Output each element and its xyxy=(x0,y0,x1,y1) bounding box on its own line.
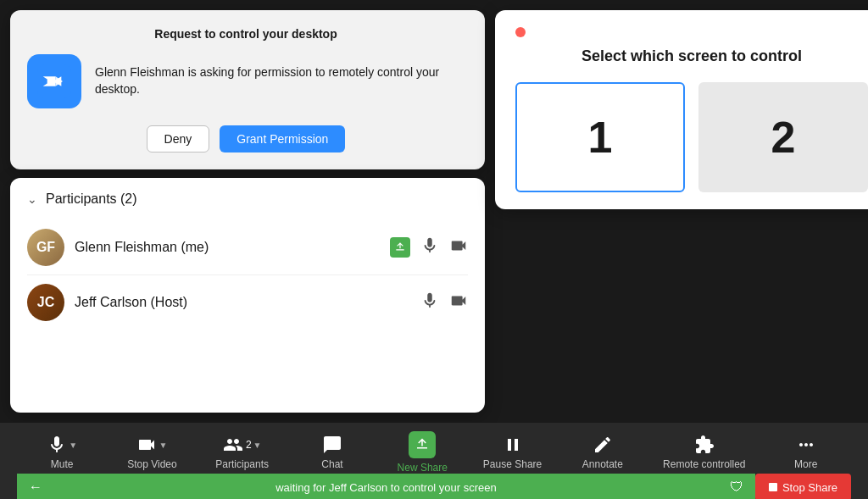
status-bar: ← waiting for Jeff Carlson to control yo… xyxy=(17,474,851,499)
stop-video-button[interactable]: ▼ Stop Video xyxy=(122,435,181,470)
annotate-label: Annotate xyxy=(582,458,623,470)
participant-controls xyxy=(420,291,468,314)
new-share-icon xyxy=(409,431,436,458)
more-button[interactable]: More xyxy=(776,435,836,470)
shield-icon: 🛡 xyxy=(730,480,743,495)
annotate-button[interactable]: Annotate xyxy=(573,435,632,470)
table-row: GF Glenn Fleishman (me) xyxy=(27,220,468,275)
chevron-down-icon[interactable]: ⌄ xyxy=(27,192,37,206)
waiting-status-text: waiting for Jeff Carlson to control your… xyxy=(275,481,497,494)
share-active-icon xyxy=(390,237,410,258)
screen-selector-panel: Select which screen to control 1 2 xyxy=(495,10,868,413)
participant-controls xyxy=(390,236,468,259)
screen-selector-title: Select which screen to control xyxy=(515,47,868,65)
pause-share-button[interactable]: Pause Share xyxy=(483,435,542,470)
dialog-body-text: Glenn Fleishman is asking for permission… xyxy=(95,64,465,97)
remote-controlled-label: Remote controlled xyxy=(663,458,745,470)
dialog-title: Request to control your desktop xyxy=(27,27,465,41)
participant-name: Glenn Fleishman (me) xyxy=(75,240,380,255)
screen-number-1: 1 xyxy=(588,112,613,163)
camera-icon[interactable] xyxy=(449,236,468,259)
request-control-dialog: Request to control your desktop Glenn Fl… xyxy=(10,10,485,169)
stop-share-label: Stop Share xyxy=(782,481,837,494)
chat-label: Chat xyxy=(321,458,342,470)
more-label: More xyxy=(794,458,817,470)
chat-button[interactable]: Chat xyxy=(303,435,362,470)
chevron-down-icon: ▼ xyxy=(159,441,167,450)
deny-button[interactable]: Deny xyxy=(147,125,210,152)
mute-button[interactable]: ▼ Mute xyxy=(32,435,92,470)
stop-square-icon xyxy=(769,483,777,491)
participants-title: Participants (2) xyxy=(46,191,137,207)
red-dot-indicator xyxy=(515,27,526,37)
table-row: JC Jeff Carlson (Host) xyxy=(27,275,468,330)
avatar: GF xyxy=(27,229,64,266)
mute-label: Mute xyxy=(51,458,74,470)
pause-share-label: Pause Share xyxy=(483,458,542,470)
screen-option-1[interactable]: 1 xyxy=(515,82,685,192)
new-share-label: New Share xyxy=(398,462,448,474)
participants-panel: ⌄ Participants (2) GF Glenn Fleishman (m… xyxy=(10,178,485,413)
grant-permission-button[interactable]: Grant Permission xyxy=(220,125,345,152)
chevron-down-icon: ▼ xyxy=(253,441,262,450)
avatar: JC xyxy=(27,284,64,321)
toolbar-buttons: ▼ Mute ▼ Stop Video 2 ▼ Participants Cha… xyxy=(17,423,851,474)
screen-selector: Select which screen to control 1 2 xyxy=(495,10,868,209)
chevron-down-icon: ▼ xyxy=(69,441,77,450)
back-arrow-icon: ← xyxy=(29,480,42,495)
participant-name: Jeff Carlson (Host) xyxy=(75,295,410,310)
microphone-icon[interactable] xyxy=(420,291,439,314)
stop-video-label: Stop Video xyxy=(127,458,177,470)
participants-header: ⌄ Participants (2) xyxy=(27,191,468,207)
new-share-button[interactable]: New Share xyxy=(392,431,452,474)
remote-controlled-button[interactable]: Remote controlled xyxy=(663,435,745,470)
stop-share-button[interactable]: Stop Share xyxy=(755,474,851,499)
screen-options: 1 2 xyxy=(515,82,868,192)
waiting-status: ← waiting for Jeff Carlson to control yo… xyxy=(17,474,755,499)
participants-button[interactable]: 2 ▼ Participants xyxy=(213,435,272,470)
screen-option-2[interactable]: 2 xyxy=(698,82,868,192)
zoom-app-icon xyxy=(27,54,81,108)
screen-number-2: 2 xyxy=(771,112,796,163)
dialog-body: Glenn Fleishman is asking for permission… xyxy=(27,54,465,108)
camera-icon[interactable] xyxy=(449,291,468,314)
dialog-buttons: Deny Grant Permission xyxy=(27,125,465,152)
microphone-icon[interactable] xyxy=(420,236,439,259)
participants-label: Participants xyxy=(215,458,269,470)
toolbar: ▼ Mute ▼ Stop Video 2 ▼ Participants Cha… xyxy=(0,423,868,499)
